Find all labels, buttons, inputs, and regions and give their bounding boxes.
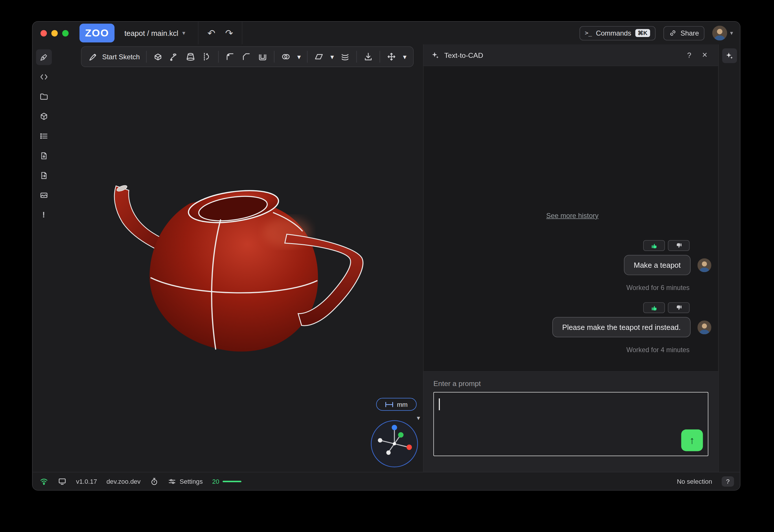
panel-title: Text-to-CAD [444, 51, 483, 59]
sidebar-item-render[interactable] [36, 187, 52, 203]
share-label: Share [681, 29, 699, 37]
network-status-button[interactable] [39, 477, 48, 485]
right-rail [718, 44, 740, 472]
zoom-window-button[interactable] [62, 30, 69, 36]
user-message: Make a teapot [624, 255, 711, 275]
modeling-toolbar: Start Sketch ▾ ▾ [81, 46, 414, 67]
sidebar-item-export[interactable] [36, 148, 52, 164]
fillet-button[interactable] [225, 52, 235, 62]
folder-icon [39, 92, 48, 101]
fillet-icon [225, 52, 235, 62]
undo-button[interactable]: ↶ [208, 28, 216, 38]
insert-button[interactable] [364, 52, 373, 62]
revolve-button[interactable] [202, 52, 212, 62]
sidebar-item-files[interactable] [36, 89, 52, 105]
move-menu-chevron[interactable]: ▾ [403, 53, 406, 60]
move-button[interactable] [387, 52, 397, 62]
thumbs-down-button[interactable] [668, 240, 690, 251]
chamfer-icon [242, 52, 251, 62]
file-download-icon [39, 152, 48, 160]
shortcut-badge: ⌘K [635, 29, 650, 37]
thumbs-down-icon [676, 242, 682, 249]
boolean-menu-chevron[interactable]: ▾ [297, 53, 301, 60]
titlebar-right: >_ Commands ⌘K Share [579, 26, 733, 40]
sweep-icon [169, 52, 179, 62]
boolean-icon [281, 52, 291, 62]
plane-button[interactable] [314, 52, 324, 62]
extrude-button[interactable] [153, 52, 163, 62]
start-sketch-button[interactable]: Start Sketch [88, 52, 140, 62]
shell-icon [258, 52, 268, 62]
settings-button[interactable]: Settings [167, 477, 203, 485]
share-button[interactable]: Share [663, 26, 704, 40]
help-button[interactable]: ? [722, 476, 734, 487]
chamfer-button[interactable] [242, 52, 251, 62]
orientation-gizmo[interactable] [370, 419, 419, 469]
text-to-cad-toggle-button[interactable] [722, 48, 737, 63]
units-button[interactable]: mm [376, 398, 416, 411]
minimize-window-button[interactable] [51, 30, 58, 36]
sweep-button[interactable] [169, 52, 179, 62]
message-bubble: Please make the teapot red instead. [552, 317, 691, 337]
boolean-button[interactable] [281, 52, 291, 62]
avatar [698, 258, 712, 272]
sidebar-item-issues[interactable]: ! [36, 207, 52, 223]
gizmo-neg-axis [386, 450, 390, 455]
plane-icon [314, 52, 324, 62]
modeling-viewport[interactable]: Start Sketch ▾ ▾ [55, 44, 423, 472]
user-menu[interactable]: ▾ [712, 26, 733, 40]
zoo-logo[interactable]: ZOO [80, 24, 115, 43]
page-title: teapot / main.kcl [124, 29, 178, 37]
host-link[interactable]: dev.zoo.dev [106, 478, 141, 485]
terminal-prompt-icon: >_ [585, 29, 592, 36]
plane-menu-chevron[interactable]: ▾ [330, 53, 334, 60]
left-sidebar: ! [33, 44, 55, 472]
prompt-textarea[interactable]: ↑ [433, 392, 708, 456]
see-more-history-link[interactable]: See more history [546, 212, 598, 219]
timer-button[interactable] [150, 477, 158, 485]
thumbs-down-button[interactable] [668, 302, 690, 313]
stream-quality-control[interactable]: 20 [212, 478, 242, 485]
sidebar-item-feature-tree[interactable] [36, 128, 52, 144]
link-icon [669, 29, 677, 37]
exclamation-icon: ! [42, 210, 45, 219]
sidebar-item-model[interactable] [36, 108, 52, 124]
network-icon [39, 477, 48, 485]
sketch-pen-icon [88, 52, 98, 62]
submit-prompt-button[interactable]: ↑ [681, 429, 703, 451]
project-title-menu[interactable]: teapot / main.kcl ▾ [124, 29, 185, 37]
message-bubble: Make a teapot [624, 255, 690, 275]
close-window-button[interactable] [40, 30, 47, 36]
stream-quality-slider [223, 481, 242, 482]
loft-icon [186, 52, 196, 62]
sidebar-item-import[interactable] [36, 168, 52, 184]
toolbar-divider [146, 51, 147, 63]
chevron-down-icon: ▾ [182, 30, 185, 36]
commands-button[interactable]: >_ Commands ⌘K [579, 26, 655, 40]
stream-quality-value: 20 [212, 478, 220, 485]
sparkle-icon [431, 51, 439, 59]
gizmo-neg-axis [378, 438, 382, 442]
chevron-down-icon: ▾ [730, 30, 733, 36]
file-arrow-icon [39, 171, 48, 180]
stream-status-button[interactable] [58, 477, 67, 485]
helix-button[interactable] [340, 52, 350, 62]
redo-button[interactable]: ↷ [225, 28, 233, 38]
shell-button[interactable] [258, 52, 268, 62]
text-cursor [439, 398, 440, 410]
sparkle-icon [725, 52, 733, 60]
panel-close-button[interactable]: × [699, 49, 710, 61]
teapot-model[interactable] [109, 183, 371, 361]
traffic-lights [40, 30, 69, 36]
toolbar-divider [380, 51, 380, 63]
panel-header: Text-to-CAD ? × [423, 44, 718, 66]
thumbs-up-button[interactable] [643, 302, 665, 313]
sidebar-item-code[interactable] [36, 69, 52, 85]
thumbs-up-button[interactable] [643, 240, 665, 251]
loft-button[interactable] [186, 52, 196, 62]
feedback-row [643, 302, 690, 313]
gizmo-x-axis [406, 444, 412, 450]
sidebar-item-sketch[interactable] [36, 49, 52, 65]
thumbs-down-icon [676, 304, 682, 311]
panel-help-button[interactable]: ? [684, 50, 694, 60]
